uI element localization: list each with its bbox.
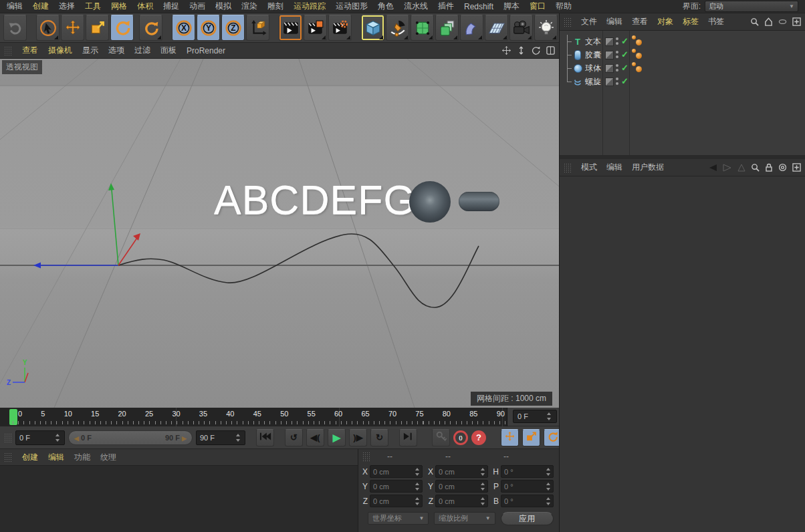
panel-grip[interactable] [564,17,572,27]
cube-primitive-button[interactable] [361,15,384,41]
menu-mesh[interactable]: 网格 [111,1,127,12]
range-start-field[interactable]: 0 F [15,430,65,445]
menu-help[interactable]: 帮助 [556,1,572,12]
menu-select[interactable]: 选择 [59,1,75,12]
y-axis-lock-button[interactable]: Y [197,15,220,41]
visibility-dots[interactable] [616,78,618,85]
apply-button[interactable]: 应用 [501,512,554,525]
record-options-button[interactable] [432,429,450,446]
mat-menu-create[interactable]: 创建 [22,452,38,463]
vp-menu-prorender[interactable]: ProRender [187,46,225,55]
next-frame-button[interactable]: )▶ [349,429,367,446]
scale-tool-button[interactable] [86,15,109,41]
add-panel-icon[interactable] [792,163,801,172]
panel-grip[interactable] [362,452,370,461]
om-menu-objects[interactable]: 对象 [657,16,673,27]
light-button[interactable] [534,15,558,41]
menu-sculpt[interactable]: 雕刻 [267,1,283,12]
preview-range-slider[interactable]: ◀ 0 F 90 F ▶ [68,430,193,445]
menu-edit[interactable]: 编辑 [7,1,23,12]
live-selection-button[interactable] [36,15,60,41]
enabled-check-icon[interactable]: ✓ [621,36,628,46]
spinner[interactable] [55,433,61,442]
rotation-p-input[interactable] [504,483,546,491]
size-x-input[interactable] [439,468,480,476]
panel-grip[interactable] [4,46,12,55]
tag-icon[interactable] [636,66,642,72]
om-menu-view[interactable]: 查看 [632,16,648,27]
spinner[interactable] [415,467,421,477]
vp-menu-cameras[interactable]: 摄像机 [48,45,72,56]
range-end-field[interactable]: 90 F [196,430,245,445]
vp-menu-view[interactable]: 查看 [22,45,38,56]
undo-button[interactable] [3,15,27,41]
size-z-input[interactable] [439,497,480,505]
vp-menu-display[interactable]: 显示 [82,45,98,56]
x-axis-lock-button[interactable]: X [172,15,195,41]
menu-animate[interactable]: 动画 [189,1,205,12]
spinner[interactable] [480,482,486,491]
parent-up-icon[interactable] [737,164,745,172]
om-menu-edit[interactable]: 编辑 [606,16,622,27]
toggle-panel-layout-icon[interactable] [546,46,555,55]
position-y-input[interactable] [373,483,415,491]
capsule-object[interactable] [459,192,499,211]
size-y-input[interactable] [439,483,480,491]
floor-environment-button[interactable] [485,15,508,41]
enabled-check-icon[interactable]: ✓ [621,49,628,59]
menu-snap[interactable]: 捕捉 [163,1,179,12]
rotation-h-input[interactable] [504,468,546,476]
go-to-end-button[interactable] [399,429,417,446]
spinner[interactable] [235,433,241,442]
move-tool-button[interactable] [61,15,84,41]
play-loop-button[interactable]: ↻ [370,429,388,446]
rotate-view-icon[interactable] [532,46,540,55]
menu-script[interactable]: 脚本 [503,1,520,12]
perspective-viewport[interactable]: Y Z ABCDEFG 透视视图 网格间距 : 1000 cm [0,59,559,408]
menu-plugins[interactable]: 插件 [438,1,454,12]
go-to-start-button[interactable] [256,429,274,446]
z-axis-lock-button[interactable]: Z [221,15,245,41]
autokey-help-button[interactable]: ? [471,430,486,445]
deformer-button[interactable] [460,15,483,41]
panel-grip[interactable] [4,433,12,442]
enabled-check-icon[interactable]: ✓ [621,76,628,86]
object-row-capsule[interactable]: 胶囊 ✓ [560,48,805,61]
attribute-manager-body[interactable] [560,176,805,532]
mat-menu-texture[interactable]: 纹理 [100,452,116,463]
spline-pen-button[interactable] [386,15,409,41]
target-icon[interactable] [778,163,787,172]
object-row-sphere[interactable]: 球体 ✓ [560,61,805,75]
am-menu-userdata[interactable]: 用户数据 [632,162,664,173]
scale-mode-dropdown[interactable]: 缩放比例▼ [434,512,495,525]
history-forward-icon[interactable] [723,164,732,172]
mat-menu-function[interactable]: 功能 [74,452,90,463]
layer-toggle[interactable] [605,37,614,46]
tag-icon[interactable] [632,62,636,66]
visibility-dots[interactable] [616,37,618,45]
frame-spinner[interactable] [546,412,552,421]
menu-render[interactable]: 渲染 [241,1,257,12]
add-panel-icon[interactable] [792,17,801,26]
lock-icon[interactable] [765,163,773,172]
enabled-check-icon[interactable]: ✓ [621,63,628,73]
visibility-dots[interactable] [616,51,618,58]
spinner[interactable] [415,482,421,491]
camera-button[interactable] [509,15,533,41]
spinner[interactable] [546,497,552,506]
menu-mograph[interactable]: 运动图形 [336,1,368,12]
search-icon[interactable] [751,163,760,172]
om-menu-tags[interactable]: 标签 [683,16,699,27]
tag-icon[interactable] [636,53,642,59]
play-button[interactable]: ▶ [328,429,346,446]
layer-toggle[interactable] [605,78,614,86]
rotate-tool-button[interactable] [110,15,134,41]
visibility-dots[interactable] [616,64,618,72]
am-menu-mode[interactable]: 模式 [581,162,597,173]
range-right-arrow-icon[interactable]: ▶ [182,435,187,442]
sphere-object[interactable] [409,181,451,223]
timeline-ruler[interactable]: 051015202530354045505560657075808590 [0,408,507,426]
subdivision-surface-button[interactable] [411,15,434,41]
menu-simulate[interactable]: 模拟 [215,1,231,12]
interface-select[interactable]: 启动 ▼ [705,1,798,12]
